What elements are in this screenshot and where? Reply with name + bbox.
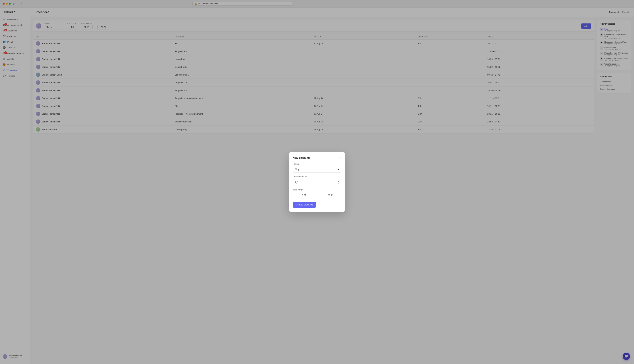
modal-time-start-input[interactable]: 19:21 xyxy=(293,192,314,198)
modal-duration-label: Duration hours xyxy=(293,175,341,178)
modal-project-chevron-icon: ▾ xyxy=(338,168,339,171)
modal-project-value: Blog xyxy=(295,168,299,171)
new-clocking-modal: New clocking × Project Blog ▾ Duration h… xyxy=(289,152,345,212)
modal-header: New clocking × xyxy=(293,156,341,159)
modal-duration-input[interactable]: 1,0 ▲▼ xyxy=(293,179,341,186)
modal-time-end-input[interactable]: 20:21 xyxy=(320,192,341,198)
modal-overlay[interactable]: New clocking × Project Blog ▾ Duration h… xyxy=(0,0,634,364)
modal-project-label: Project xyxy=(293,163,341,165)
modal-project-select[interactable]: Blog ▾ xyxy=(293,166,341,172)
modal-time-range-field: Time range 19:21 — 20:21 xyxy=(293,188,341,198)
modal-duration-field: Duration hours 1,0 ▲▼ xyxy=(293,175,341,186)
modal-time-range-label: Time range xyxy=(293,188,341,191)
create-clocking-button[interactable]: Create Clocking xyxy=(293,202,316,208)
modal-close-button[interactable]: × xyxy=(340,156,341,159)
modal-duration-value: 1,0 xyxy=(295,181,298,184)
modal-time-range-group: 19:21 — 20:21 xyxy=(293,192,341,198)
modal-title: New clocking xyxy=(293,156,310,159)
modal-duration-stepper-icon[interactable]: ▲▼ xyxy=(338,180,339,184)
modal-time-separator: — xyxy=(316,194,318,197)
modal-project-field: Project Blog ▾ xyxy=(293,163,341,172)
